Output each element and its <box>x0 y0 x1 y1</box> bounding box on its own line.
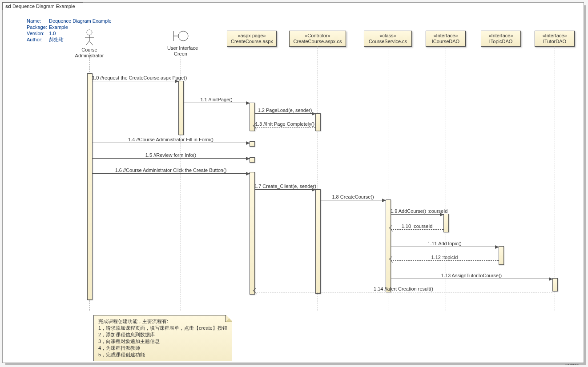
info-pkg-v: Example <box>49 24 68 30</box>
activation-boundary-1 <box>178 81 184 135</box>
activation-p3-3 <box>250 157 255 163</box>
msg-1-10: 1.10 :courseId <box>391 223 443 230</box>
info-pkg-k: Package: <box>27 24 49 30</box>
frame-title-tab: sd Dequence Diagram Example <box>2 2 84 10</box>
msg-1-9: 1.9 AddCourse() :courseId <box>391 208 443 215</box>
participant-icoursedao: «Interface» ICourseDAO <box>426 31 466 47</box>
note-l4: 4，为课程指派教师 <box>98 345 227 351</box>
lifeline-p7 <box>501 46 501 311</box>
activation-p4-2 <box>315 189 321 294</box>
info-ver-k: Version: <box>27 30 49 36</box>
msg-1-2: 1.2 PageLoad(e, sender) <box>254 108 315 114</box>
activation-p3-4 <box>250 172 255 295</box>
participant-courseservice: «class» CourseService.cs <box>364 31 412 47</box>
p6-stereo: «Interface» <box>430 33 462 39</box>
note-l2: 2，添加课程信息到数据库 <box>98 331 227 338</box>
actor-icon <box>84 29 95 45</box>
activation-p3-2 <box>250 141 255 147</box>
lifeline-p8 <box>555 46 555 311</box>
p7-name: ITopicDAO <box>485 39 517 44</box>
info-auth-k: Author: <box>27 36 49 43</box>
p5-stereo: «class» <box>368 33 408 39</box>
msg-1-14: 1.14 //alert Creation result() <box>254 286 552 292</box>
diagram-frame: sd Dequence Diagram Example Name:Dequenc… <box>2 2 584 363</box>
note-title: 完成课程创建功能，主要流程有: <box>98 318 227 325</box>
msg-1-5: 1.5 //Review form Info() <box>92 152 250 159</box>
msg-1-11: 1.11 AddTopic() <box>391 241 499 247</box>
activation-p7 <box>499 246 504 265</box>
lifeline-p6 <box>446 46 446 311</box>
info-name-v: Dequence Diagram Example <box>49 18 112 24</box>
boundary-ui: User Interface Creen <box>167 29 194 57</box>
activation-p6 <box>443 214 449 232</box>
participant-itopicdao: «Interface» ITopicDAO <box>481 31 521 47</box>
p4-name: CreateCourse.aspx.cs <box>293 39 342 44</box>
participant-createcourse-cs: «Controlor» CreateCourse.aspx.cs <box>289 31 346 47</box>
msg-1-6: 1.6 //Course Administrator Click the Cre… <box>92 168 250 174</box>
svg-line-4 <box>89 41 93 45</box>
info-ver-v: 1.0 <box>49 30 56 36</box>
msg-1-12: 1.12 :topicId <box>391 255 499 261</box>
diagram-note: 完成课程创建功能，主要流程有: 1，请求添加课程页面，填写课程表单，点击【cre… <box>93 315 232 361</box>
p4-stereo: «Controlor» <box>293 33 342 39</box>
note-l3: 3，向课程对象追加主题信息 <box>98 338 227 345</box>
svg-line-3 <box>86 41 89 45</box>
note-l1: 1，请求添加课程页面，填写课程表单，点击【create】按钮 <box>98 325 227 331</box>
activation-p8 <box>552 278 558 291</box>
p6-name: ICourseDAO <box>430 39 462 44</box>
boundary-label: User Interface Creen <box>167 45 194 57</box>
msg-1-0: 1.0 //request the CreateCourse.aspx Page… <box>92 75 178 81</box>
svg-point-7 <box>178 31 188 41</box>
p8-name: ITutorDAO <box>539 39 571 44</box>
msg-1-3: 1.3 //Init Page Completely() <box>254 121 315 128</box>
frame-prefix: sd <box>5 4 11 9</box>
msg-1-8: 1.8 CreateCourse() <box>320 194 386 200</box>
note-l5: 5，完成课程创建功能 <box>98 351 227 358</box>
info-auth-v: 郝宪玮 <box>49 36 64 43</box>
msg-1-1: 1.1 //InitPage() <box>183 97 250 103</box>
p7-stereo: «Interface» <box>485 33 517 39</box>
footer-author: 郝宪玮 <box>564 363 579 365</box>
activation-actor <box>87 73 93 300</box>
msg-1-4: 1.4 //Course Administrator Fill in Form(… <box>92 137 250 143</box>
msg-1-13: 1.13 AssignTutorToCourse() <box>391 273 552 279</box>
boundary-icon <box>172 29 189 43</box>
participant-createcourse-aspx: «aspx page» CreateCourse.aspx <box>227 31 277 47</box>
p3-stereo: «aspx page» <box>231 33 273 39</box>
svg-point-0 <box>87 30 92 35</box>
p8-stereo: «Interface» <box>539 33 571 39</box>
msg-1-7: 1.7 Create_Client(e, sender) <box>254 184 315 190</box>
p5-name: CourseService.cs <box>368 39 408 44</box>
p3-name: CreateCourse.aspx <box>231 39 273 44</box>
activation-p4-1 <box>315 113 321 131</box>
info-name-k: Name: <box>27 18 49 24</box>
participant-itutordao: «Interface» ITutorDAO <box>535 31 575 47</box>
frame-title: Dequence Diagram Example <box>12 4 75 9</box>
